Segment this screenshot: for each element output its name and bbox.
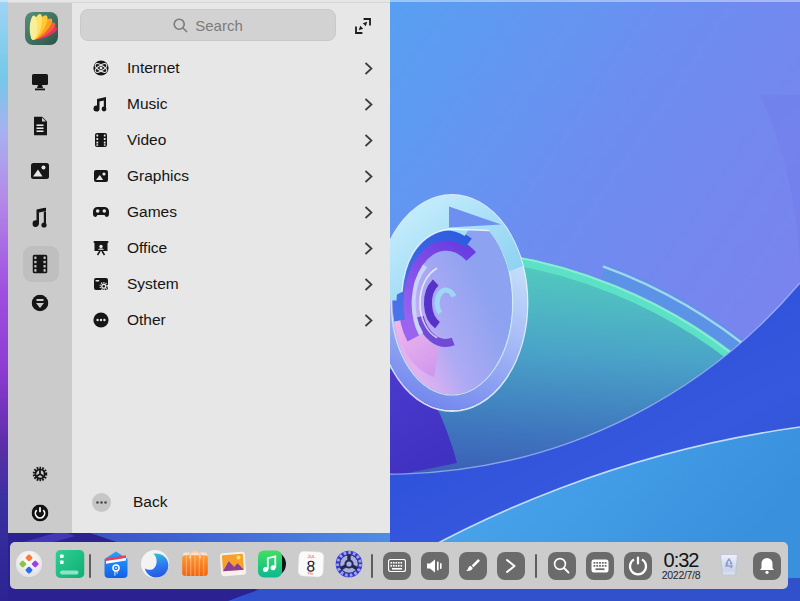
svg-text:FRI: FRI [307,571,313,575]
